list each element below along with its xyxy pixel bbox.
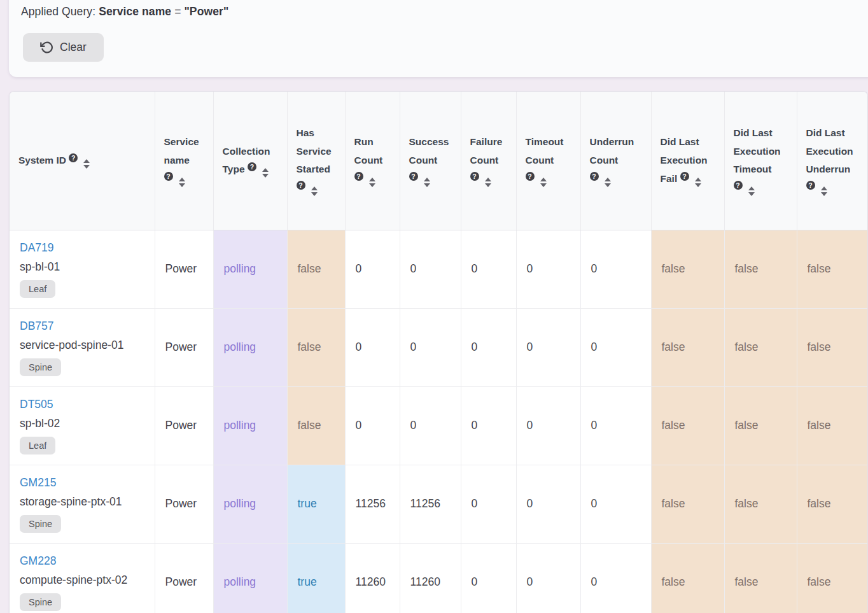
cell-system_id: DA719sp-bl-01Leaf xyxy=(10,230,155,308)
column-header-did_last_execution_underrun[interactable]: Did Last Execution Underrun ? xyxy=(797,92,868,230)
system-id-link[interactable]: DT505 xyxy=(20,398,53,411)
help-icon[interactable]: ? xyxy=(526,172,535,181)
cell-did_last_execution_underrun: false xyxy=(797,386,868,465)
cell-did_last_execution_timeout: false xyxy=(724,543,797,613)
cell-failure_count: 0 xyxy=(461,465,516,543)
column-header-did_last_execution_fail[interactable]: Did Last Execution Fail ? xyxy=(651,92,724,230)
sort-icon[interactable] xyxy=(369,178,375,187)
cell-failure_count: 0 xyxy=(461,308,516,386)
undo-icon xyxy=(40,41,53,54)
column-header-failure_count[interactable]: Failure Count ? xyxy=(461,92,516,230)
cell-collection_type: polling xyxy=(213,543,287,613)
cell-success_count: 0 xyxy=(400,386,461,465)
cell-collection_type: polling xyxy=(213,465,287,543)
column-header-has_service_started[interactable]: Has Service Started ? xyxy=(287,92,345,230)
role-badge: Leaf xyxy=(20,437,55,454)
help-icon[interactable]: ? xyxy=(734,181,743,190)
cell-success_count: 11260 xyxy=(400,543,461,613)
cell-did_last_execution_underrun: false xyxy=(797,465,868,543)
column-header-success_count[interactable]: Success Count ? xyxy=(400,92,461,230)
cell-underrun_count: 0 xyxy=(580,543,651,613)
cell-timeout_count: 0 xyxy=(516,543,580,613)
help-icon[interactable]: ? xyxy=(680,172,689,181)
cell-underrun_count: 0 xyxy=(580,465,651,543)
help-icon[interactable]: ? xyxy=(69,153,78,162)
column-label: Did Last Execution Timeout xyxy=(734,127,781,174)
table-row: DT505sp-bl-02LeafPowerpollingfalse00000f… xyxy=(10,386,868,465)
system-id-link[interactable]: GM215 xyxy=(20,476,56,490)
system-id-link[interactable]: GM228 xyxy=(20,554,56,568)
cell-timeout_count: 0 xyxy=(516,465,580,543)
role-badge: Spine xyxy=(20,515,61,533)
applied-query-label: Applied Query: xyxy=(21,5,95,18)
cell-success_count: 0 xyxy=(400,308,461,386)
sort-icon[interactable] xyxy=(83,159,90,169)
help-icon[interactable]: ? xyxy=(806,181,815,190)
help-icon[interactable]: ? xyxy=(470,172,479,181)
cell-did_last_execution_underrun: false xyxy=(797,230,868,308)
sort-icon[interactable] xyxy=(311,187,318,196)
cell-timeout_count: 0 xyxy=(516,230,580,308)
cell-did_last_execution_timeout: false xyxy=(724,308,797,386)
cell-run_count: 11256 xyxy=(345,465,400,543)
cell-success_count: 0 xyxy=(400,230,461,308)
system-id-link[interactable]: DB757 xyxy=(20,320,54,333)
system-hostname: sp-bl-02 xyxy=(20,417,144,430)
applied-query-operator: = xyxy=(174,5,181,18)
help-icon[interactable]: ? xyxy=(164,172,173,181)
column-header-timeout_count[interactable]: Timeout Count ? xyxy=(516,92,580,230)
sort-icon[interactable] xyxy=(485,178,491,187)
system-hostname: compute-spine-ptx-02 xyxy=(20,574,144,587)
cell-has_service_started: false xyxy=(287,308,345,386)
cell-service_name: Power xyxy=(155,465,213,543)
sort-icon[interactable] xyxy=(540,178,547,187)
cell-underrun_count: 0 xyxy=(580,230,651,308)
table-row: DA719sp-bl-01LeafPowerpollingfalse00000f… xyxy=(10,230,868,308)
cell-did_last_execution_underrun: false xyxy=(797,543,868,613)
cell-system_id: GM215storage-spine-ptx-01Spine xyxy=(10,465,155,543)
cell-failure_count: 0 xyxy=(461,543,516,613)
sort-icon[interactable] xyxy=(748,187,755,196)
column-header-run_count[interactable]: Run Count ? xyxy=(345,92,400,230)
cell-did_last_execution_fail: false xyxy=(651,543,724,613)
clear-query-button[interactable]: Clear xyxy=(23,33,104,62)
sort-icon[interactable] xyxy=(262,168,269,178)
applied-query-text: Applied Query: Service name = "Power" xyxy=(21,5,228,18)
cell-did_last_execution_timeout: false xyxy=(724,386,797,465)
cell-system_id: DT505sp-bl-02Leaf xyxy=(10,386,155,465)
services-table-panel: System ID ?Service name ?Collection Type… xyxy=(9,91,868,613)
column-header-system_id[interactable]: System ID ? xyxy=(10,92,155,230)
table-row: DB757service-pod-spine-01SpinePowerpolli… xyxy=(10,308,868,386)
column-label: System ID xyxy=(18,155,66,166)
role-badge: Spine xyxy=(20,593,61,611)
system-hostname: storage-spine-ptx-01 xyxy=(20,495,144,509)
help-icon[interactable]: ? xyxy=(248,162,256,171)
table-header-row: System ID ?Service name ?Collection Type… xyxy=(10,92,868,230)
column-label: Service name xyxy=(164,136,199,166)
help-icon[interactable]: ? xyxy=(297,181,305,190)
sort-icon[interactable] xyxy=(424,178,430,187)
cell-underrun_count: 0 xyxy=(580,386,651,465)
cell-service_name: Power xyxy=(155,308,213,386)
column-header-did_last_execution_timeout[interactable]: Did Last Execution Timeout ? xyxy=(724,92,797,230)
cell-run_count: 0 xyxy=(345,230,400,308)
sort-icon[interactable] xyxy=(695,178,701,187)
column-header-underrun_count[interactable]: Underrun Count ? xyxy=(580,92,651,230)
clear-button-label: Clear xyxy=(60,41,87,54)
sort-icon[interactable] xyxy=(821,187,827,196)
cell-service_name: Power xyxy=(155,230,213,308)
help-icon[interactable]: ? xyxy=(409,172,418,181)
sort-icon[interactable] xyxy=(179,178,185,187)
help-icon[interactable]: ? xyxy=(354,172,363,181)
cell-did_last_execution_timeout: false xyxy=(724,230,797,308)
applied-query-field: Service name xyxy=(99,5,171,18)
cell-collection_type: polling xyxy=(213,230,287,308)
column-header-service_name[interactable]: Service name ? xyxy=(155,92,213,230)
cell-collection_type: polling xyxy=(213,308,287,386)
system-id-link[interactable]: DA719 xyxy=(20,241,54,255)
cell-has_service_started: true xyxy=(287,465,345,543)
help-icon[interactable]: ? xyxy=(590,172,599,181)
column-header-collection_type[interactable]: Collection Type ? xyxy=(213,92,287,230)
sort-icon[interactable] xyxy=(605,178,611,187)
cell-underrun_count: 0 xyxy=(580,308,651,386)
